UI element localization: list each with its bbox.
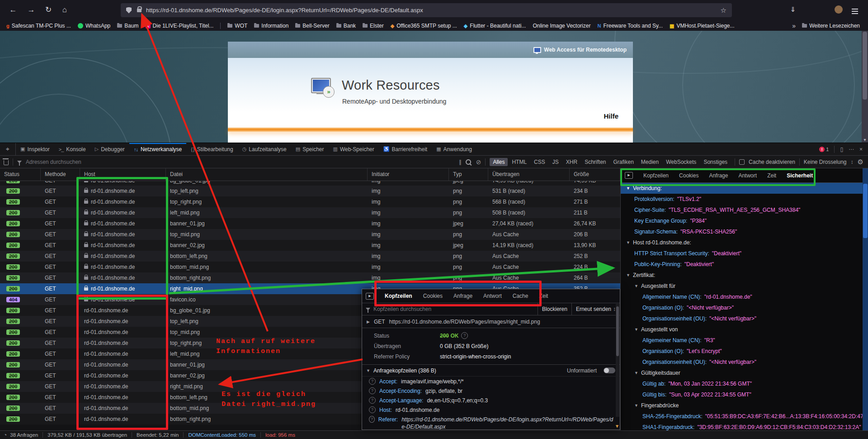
security-tree-row[interactable]: Organisation (O):"Let's Encrypt" — [621, 346, 863, 357]
security-tree-row[interactable]: Gültig ab:"Mon, 03 Jan 2022 21:34:56 GMT… — [621, 378, 863, 389]
bookmark-item[interactable]: ◆Flutter - Beautiful nati... — [464, 23, 526, 29]
collapse-triangle-icon[interactable]: ▼ — [634, 371, 638, 375]
collapse-triangle-icon[interactable]: ▼ — [634, 284, 638, 288]
collapse-triangle-icon[interactable]: ▼ — [626, 186, 630, 191]
security-tree-row[interactable]: ▼Host rd-01.dnshome.de: — [621, 237, 863, 248]
tab-konsole[interactable]: >_Konsole — [54, 143, 90, 155]
tab-inspektor[interactable]: ▣Inspektor — [16, 143, 54, 155]
collapse-triangle-icon[interactable]: ▼ — [634, 403, 638, 408]
page-scrollbar[interactable]: ▾ — [862, 31, 868, 143]
popup-tab-kopfzeilen[interactable]: Kopfzeilen — [385, 293, 412, 299]
header-row[interactable]: ?Host:rd-01.dnshome.de — [362, 405, 620, 415]
security-tree-row[interactable]: ▼Zertifikat: — [621, 270, 863, 281]
filter-headers-input[interactable]: Kopfzeilen durchsuchen — [373, 306, 431, 312]
url-text[interactable]: https://rd-01.dnshome.de/RDWeb/Pages/de-… — [146, 7, 423, 14]
security-tree-row[interactable]: ▼Ausgestellt für — [621, 281, 863, 291]
devtools-menu-icon[interactable]: ⋯ — [849, 146, 854, 153]
bookmark-item[interactable]: ◆Office365 SMTP setup ... — [391, 23, 457, 29]
tab-debugger[interactable]: ▷Debugger — [90, 143, 129, 155]
tab-web-speicher[interactable]: ▥Web-Speicher — [329, 143, 379, 155]
home-icon[interactable]: ⌂ — [59, 5, 71, 14]
security-tree-row[interactable]: ▼Fingerabdrücke — [621, 400, 863, 411]
bookmark-item[interactable]: Information — [254, 23, 288, 29]
security-tree-row[interactable]: Protokollversion:"TLSv1.2" — [621, 194, 863, 205]
bookmark-item[interactable]: Bell-Server — [295, 23, 329, 29]
security-tree-row[interactable]: Cipher-Suite:"TLS_ECDHE_RSA_WITH_AES_256… — [621, 205, 863, 215]
tracking-shield-icon[interactable] — [126, 7, 132, 14]
close-devtools-icon[interactable]: × — [859, 146, 863, 153]
forward-icon[interactable]: → — [25, 5, 37, 14]
security-tree-row[interactable]: Public-Key-Pinning:"Deaktiviert" — [621, 259, 863, 270]
tab-stilbearbeitung[interactable]: { }Stilbearbeitung — [186, 143, 237, 155]
table-row[interactable]: 200GETrd-01.dnshome.debottom_left.pngimg… — [0, 251, 620, 262]
lock-icon[interactable] — [137, 9, 142, 12]
raw-toggle[interactable] — [604, 367, 615, 373]
security-tree-row[interactable]: ▼Ausgestellt von — [621, 324, 863, 335]
request-summary-row[interactable]: ▶ GET https://rd-01.dnshome.de/RDWeb/Pag… — [362, 315, 620, 328]
filter-schriften[interactable]: Schriften — [581, 158, 609, 166]
panel-tab-zeit[interactable]: Zeit — [767, 172, 776, 179]
filter-sonstiges[interactable]: Sonstiges — [700, 158, 731, 166]
split-panel-icon[interactable]: ▶ — [625, 172, 633, 179]
column-header-status[interactable]: Status — [0, 168, 41, 181]
bookmark-item[interactable]: Online Image Vectorizer — [533, 23, 590, 29]
security-tree-row[interactable]: ▼Gültigkeitsdauer — [621, 367, 863, 378]
network-settings-gear-icon[interactable]: ⚙ — [858, 158, 863, 166]
responsive-design-icon[interactable]: ▯ — [840, 146, 843, 153]
collapse-triangle-icon[interactable]: ▼ — [634, 327, 638, 332]
collapse-triangle-icon[interactable]: ▼ — [626, 273, 630, 277]
table-row[interactable]: 200GETrd-01.dnshome.debanner_02.jpgimgjp… — [0, 240, 620, 251]
popup-tab-cookies[interactable]: Cookies — [423, 293, 443, 299]
column-header-größe[interactable]: Größe — [570, 168, 620, 181]
block-requests-icon[interactable]: ⊘ — [476, 158, 481, 166]
security-tree-row[interactable]: Allgemeiner Name (CN):"rd-01.dnshome.de" — [621, 291, 863, 302]
overflow-chevron-icon[interactable]: » — [792, 22, 796, 29]
security-tree-row[interactable]: HTTP Strict Transport Security:"Deaktivi… — [621, 248, 863, 259]
throttling-select[interactable]: Keine Drosselung — [804, 159, 847, 165]
shield-menu-icon[interactable] — [806, 7, 811, 15]
header-help-icon[interactable]: ? — [369, 387, 376, 394]
avatar[interactable] — [835, 6, 843, 14]
header-help-icon[interactable]: ? — [369, 406, 376, 413]
header-help-icon[interactable]: ? — [369, 416, 375, 423]
bookmark-item[interactable]: gSafescan TM-PC Plus ... — [6, 23, 71, 29]
tab-speicher[interactable]: ▤Speicher — [291, 143, 329, 155]
scroll-down-icon[interactable]: ▾ — [615, 423, 619, 429]
security-tree-row[interactable]: Organisation (O):"<Nicht verfügbar>" — [621, 302, 863, 313]
table-row[interactable]: 200GETrd-01.dnshome.debanner_01.jpgimgjp… — [0, 218, 620, 229]
table-row[interactable]: 200GETrd-01.dnshome.detop_right.pngimgpn… — [0, 196, 620, 207]
filter-grafiken[interactable]: Grafiken — [610, 158, 637, 166]
filter-css[interactable]: CSS — [531, 158, 548, 166]
tab-anwendung[interactable]: ▦Anwendung — [432, 143, 476, 155]
popup-tab-cache[interactable]: Cache — [513, 293, 528, 299]
bookmark-star-icon[interactable]: ☆ — [721, 6, 726, 14]
more-bookmarks-folder[interactable]: Weitere Lesezeichen — [802, 23, 860, 29]
security-tree-row[interactable]: Key Exchange Group:"P384" — [621, 215, 863, 226]
collapse-triangle-icon[interactable]: ▼ — [626, 240, 630, 245]
header-help-icon[interactable]: ? — [369, 378, 376, 385]
split-panel-icon[interactable]: ▶ — [366, 293, 374, 300]
search-icon[interactable] — [466, 159, 471, 165]
table-row[interactable]: 200GETrd-01.dnshome.debottom_mid.pngimgp… — [0, 262, 620, 272]
column-header-datei[interactable]: Datei — [166, 168, 368, 181]
panel-tab-cookies[interactable]: Cookies — [679, 172, 698, 179]
panel-scrollbar[interactable] — [863, 168, 868, 439]
table-row[interactable]: 200GETrd-01.dnshome.debg_globe_01.jpgimg… — [0, 181, 620, 186]
security-tree-row[interactable]: Allgemeiner Name (CN):"R3" — [621, 335, 863, 346]
bookmark-item[interactable]: 1Die 1LIVE-Playlist, Titel... — [146, 23, 214, 29]
performance-gauge-icon[interactable]: ◔ — [4, 432, 7, 438]
menu-icon[interactable] — [852, 7, 858, 10]
block-button[interactable]: Blockieren — [538, 303, 571, 315]
column-header-typ[interactable]: Typ — [449, 168, 488, 181]
table-row[interactable]: 200GETrd-01.dnshome.debottom_right.pngim… — [0, 272, 620, 283]
tab-netzwerkanalyse[interactable]: ↑↓Netzwerkanalyse — [129, 143, 186, 155]
popup-tab-anfrage[interactable]: Anfrage — [453, 293, 472, 299]
filter-html[interactable]: HTML — [509, 158, 530, 166]
table-row[interactable]: 200GETrd-01.dnshome.detop_mid.pngimgpngA… — [0, 229, 620, 240]
collapse-triangle-icon[interactable]: ▼ — [366, 368, 370, 373]
request-headers-section[interactable]: ▼ Anfragekopfzeilen (386 B) Unformatiert — [362, 365, 620, 377]
bookmark-item[interactable]: NFreeware Tools and Sy... — [597, 23, 663, 29]
pick-element-icon[interactable]: ⌖ — [0, 143, 16, 155]
resend-button[interactable]: Erneut senden↕ — [571, 303, 620, 315]
disable-cache-label[interactable]: Cache deaktivieren — [749, 159, 795, 165]
